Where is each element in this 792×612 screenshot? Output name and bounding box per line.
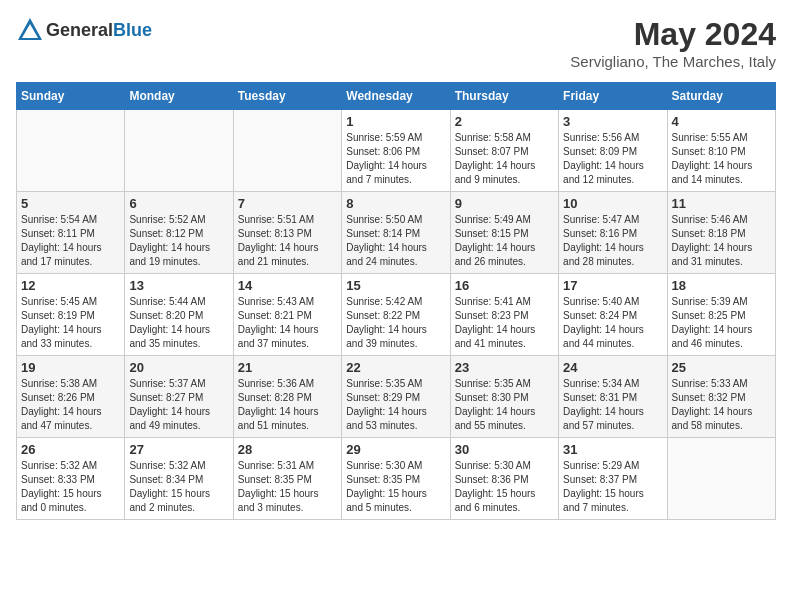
day-info: Sunrise: 5:36 AM Sunset: 8:28 PM Dayligh… [238,377,337,433]
calendar-week-row: 12Sunrise: 5:45 AM Sunset: 8:19 PM Dayli… [17,274,776,356]
day-number: 6 [129,196,228,211]
calendar-week-row: 19Sunrise: 5:38 AM Sunset: 8:26 PM Dayli… [17,356,776,438]
calendar-cell: 24Sunrise: 5:34 AM Sunset: 8:31 PM Dayli… [559,356,667,438]
main-title: May 2024 [570,16,776,53]
day-info: Sunrise: 5:45 AM Sunset: 8:19 PM Dayligh… [21,295,120,351]
calendar-cell: 7Sunrise: 5:51 AM Sunset: 8:13 PM Daylig… [233,192,341,274]
calendar-cell [125,110,233,192]
day-info: Sunrise: 5:31 AM Sunset: 8:35 PM Dayligh… [238,459,337,515]
calendar-cell: 21Sunrise: 5:36 AM Sunset: 8:28 PM Dayli… [233,356,341,438]
day-number: 4 [672,114,771,129]
day-number: 29 [346,442,445,457]
day-info: Sunrise: 5:56 AM Sunset: 8:09 PM Dayligh… [563,131,662,187]
day-number: 5 [21,196,120,211]
calendar-cell: 16Sunrise: 5:41 AM Sunset: 8:23 PM Dayli… [450,274,558,356]
calendar-day-header: Wednesday [342,83,450,110]
calendar-cell: 13Sunrise: 5:44 AM Sunset: 8:20 PM Dayli… [125,274,233,356]
day-number: 15 [346,278,445,293]
day-number: 14 [238,278,337,293]
calendar-cell: 29Sunrise: 5:30 AM Sunset: 8:35 PM Dayli… [342,438,450,520]
calendar-day-header: Thursday [450,83,558,110]
logo-text-general: General [46,20,113,40]
day-info: Sunrise: 5:30 AM Sunset: 8:36 PM Dayligh… [455,459,554,515]
day-info: Sunrise: 5:44 AM Sunset: 8:20 PM Dayligh… [129,295,228,351]
calendar-day-header: Sunday [17,83,125,110]
calendar-week-row: 5Sunrise: 5:54 AM Sunset: 8:11 PM Daylig… [17,192,776,274]
calendar-day-header: Friday [559,83,667,110]
day-info: Sunrise: 5:59 AM Sunset: 8:06 PM Dayligh… [346,131,445,187]
logo-text-blue: Blue [113,20,152,40]
logo: GeneralBlue [16,16,152,44]
calendar-day-header: Saturday [667,83,775,110]
day-info: Sunrise: 5:35 AM Sunset: 8:29 PM Dayligh… [346,377,445,433]
subtitle: Servigliano, The Marches, Italy [570,53,776,70]
calendar-day-header: Tuesday [233,83,341,110]
day-info: Sunrise: 5:50 AM Sunset: 8:14 PM Dayligh… [346,213,445,269]
calendar-cell: 11Sunrise: 5:46 AM Sunset: 8:18 PM Dayli… [667,192,775,274]
day-info: Sunrise: 5:58 AM Sunset: 8:07 PM Dayligh… [455,131,554,187]
day-info: Sunrise: 5:51 AM Sunset: 8:13 PM Dayligh… [238,213,337,269]
day-number: 26 [21,442,120,457]
calendar-cell [667,438,775,520]
calendar-day-header: Monday [125,83,233,110]
day-info: Sunrise: 5:54 AM Sunset: 8:11 PM Dayligh… [21,213,120,269]
day-number: 22 [346,360,445,375]
day-info: Sunrise: 5:55 AM Sunset: 8:10 PM Dayligh… [672,131,771,187]
day-number: 31 [563,442,662,457]
calendar-cell: 8Sunrise: 5:50 AM Sunset: 8:14 PM Daylig… [342,192,450,274]
day-info: Sunrise: 5:38 AM Sunset: 8:26 PM Dayligh… [21,377,120,433]
calendar-cell: 5Sunrise: 5:54 AM Sunset: 8:11 PM Daylig… [17,192,125,274]
calendar-cell: 30Sunrise: 5:30 AM Sunset: 8:36 PM Dayli… [450,438,558,520]
day-number: 23 [455,360,554,375]
day-number: 18 [672,278,771,293]
day-info: Sunrise: 5:52 AM Sunset: 8:12 PM Dayligh… [129,213,228,269]
day-number: 20 [129,360,228,375]
calendar-cell: 12Sunrise: 5:45 AM Sunset: 8:19 PM Dayli… [17,274,125,356]
day-info: Sunrise: 5:34 AM Sunset: 8:31 PM Dayligh… [563,377,662,433]
day-info: Sunrise: 5:33 AM Sunset: 8:32 PM Dayligh… [672,377,771,433]
day-info: Sunrise: 5:32 AM Sunset: 8:34 PM Dayligh… [129,459,228,515]
page-header: GeneralBlue May 2024 Servigliano, The Ma… [16,16,776,70]
title-area: May 2024 Servigliano, The Marches, Italy [570,16,776,70]
calendar-cell: 18Sunrise: 5:39 AM Sunset: 8:25 PM Dayli… [667,274,775,356]
calendar-week-row: 1Sunrise: 5:59 AM Sunset: 8:06 PM Daylig… [17,110,776,192]
calendar-cell: 19Sunrise: 5:38 AM Sunset: 8:26 PM Dayli… [17,356,125,438]
day-info: Sunrise: 5:43 AM Sunset: 8:21 PM Dayligh… [238,295,337,351]
calendar-header-row: SundayMondayTuesdayWednesdayThursdayFrid… [17,83,776,110]
calendar-cell: 17Sunrise: 5:40 AM Sunset: 8:24 PM Dayli… [559,274,667,356]
calendar-cell: 27Sunrise: 5:32 AM Sunset: 8:34 PM Dayli… [125,438,233,520]
day-number: 10 [563,196,662,211]
calendar-cell: 23Sunrise: 5:35 AM Sunset: 8:30 PM Dayli… [450,356,558,438]
calendar-cell [233,110,341,192]
calendar-cell: 14Sunrise: 5:43 AM Sunset: 8:21 PM Dayli… [233,274,341,356]
day-number: 25 [672,360,771,375]
calendar-cell: 10Sunrise: 5:47 AM Sunset: 8:16 PM Dayli… [559,192,667,274]
day-number: 12 [21,278,120,293]
calendar-cell: 15Sunrise: 5:42 AM Sunset: 8:22 PM Dayli… [342,274,450,356]
calendar-cell: 2Sunrise: 5:58 AM Sunset: 8:07 PM Daylig… [450,110,558,192]
day-number: 2 [455,114,554,129]
calendar-cell: 26Sunrise: 5:32 AM Sunset: 8:33 PM Dayli… [17,438,125,520]
day-number: 8 [346,196,445,211]
calendar-cell: 4Sunrise: 5:55 AM Sunset: 8:10 PM Daylig… [667,110,775,192]
day-number: 19 [21,360,120,375]
day-info: Sunrise: 5:42 AM Sunset: 8:22 PM Dayligh… [346,295,445,351]
calendar-cell: 20Sunrise: 5:37 AM Sunset: 8:27 PM Dayli… [125,356,233,438]
calendar-cell: 1Sunrise: 5:59 AM Sunset: 8:06 PM Daylig… [342,110,450,192]
day-number: 24 [563,360,662,375]
day-number: 13 [129,278,228,293]
day-number: 27 [129,442,228,457]
calendar-cell: 28Sunrise: 5:31 AM Sunset: 8:35 PM Dayli… [233,438,341,520]
calendar-cell: 25Sunrise: 5:33 AM Sunset: 8:32 PM Dayli… [667,356,775,438]
day-info: Sunrise: 5:41 AM Sunset: 8:23 PM Dayligh… [455,295,554,351]
day-info: Sunrise: 5:37 AM Sunset: 8:27 PM Dayligh… [129,377,228,433]
day-info: Sunrise: 5:49 AM Sunset: 8:15 PM Dayligh… [455,213,554,269]
calendar-cell [17,110,125,192]
day-info: Sunrise: 5:29 AM Sunset: 8:37 PM Dayligh… [563,459,662,515]
day-number: 7 [238,196,337,211]
day-info: Sunrise: 5:32 AM Sunset: 8:33 PM Dayligh… [21,459,120,515]
calendar-cell: 6Sunrise: 5:52 AM Sunset: 8:12 PM Daylig… [125,192,233,274]
day-number: 9 [455,196,554,211]
day-number: 1 [346,114,445,129]
day-info: Sunrise: 5:40 AM Sunset: 8:24 PM Dayligh… [563,295,662,351]
